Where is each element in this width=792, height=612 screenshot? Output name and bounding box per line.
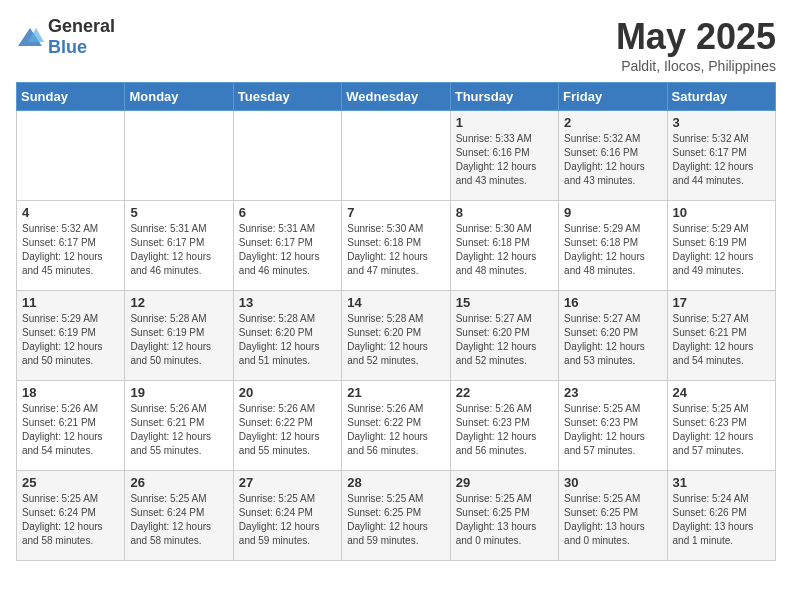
table-row: 5Sunrise: 5:31 AMSunset: 6:17 PMDaylight… [125,201,233,291]
day-info: Sunrise: 5:29 AMSunset: 6:18 PMDaylight:… [564,222,661,278]
day-info: Sunrise: 5:28 AMSunset: 6:20 PMDaylight:… [347,312,444,368]
day-info: Sunrise: 5:27 AMSunset: 6:21 PMDaylight:… [673,312,770,368]
day-number: 19 [130,385,227,400]
page-header: General Blue May 2025 Paldit, Ilocos, Ph… [16,16,776,74]
table-row: 3Sunrise: 5:32 AMSunset: 6:17 PMDaylight… [667,111,775,201]
day-info: Sunrise: 5:25 AMSunset: 6:25 PMDaylight:… [564,492,661,548]
table-row [17,111,125,201]
day-number: 17 [673,295,770,310]
table-row: 19Sunrise: 5:26 AMSunset: 6:21 PMDayligh… [125,381,233,471]
table-row: 28Sunrise: 5:25 AMSunset: 6:25 PMDayligh… [342,471,450,561]
table-row: 11Sunrise: 5:29 AMSunset: 6:19 PMDayligh… [17,291,125,381]
day-info: Sunrise: 5:30 AMSunset: 6:18 PMDaylight:… [456,222,553,278]
table-row: 7Sunrise: 5:30 AMSunset: 6:18 PMDaylight… [342,201,450,291]
day-info: Sunrise: 5:32 AMSunset: 6:17 PMDaylight:… [673,132,770,188]
table-row: 9Sunrise: 5:29 AMSunset: 6:18 PMDaylight… [559,201,667,291]
day-number: 13 [239,295,336,310]
day-number: 26 [130,475,227,490]
day-number: 9 [564,205,661,220]
day-number: 5 [130,205,227,220]
day-info: Sunrise: 5:27 AMSunset: 6:20 PMDaylight:… [456,312,553,368]
table-row [233,111,341,201]
day-number: 8 [456,205,553,220]
day-number: 23 [564,385,661,400]
calendar-header: Sunday Monday Tuesday Wednesday Thursday… [17,83,776,111]
table-row: 30Sunrise: 5:25 AMSunset: 6:25 PMDayligh… [559,471,667,561]
table-row: 20Sunrise: 5:26 AMSunset: 6:22 PMDayligh… [233,381,341,471]
table-row: 18Sunrise: 5:26 AMSunset: 6:21 PMDayligh… [17,381,125,471]
day-info: Sunrise: 5:28 AMSunset: 6:20 PMDaylight:… [239,312,336,368]
table-row: 23Sunrise: 5:25 AMSunset: 6:23 PMDayligh… [559,381,667,471]
table-row: 26Sunrise: 5:25 AMSunset: 6:24 PMDayligh… [125,471,233,561]
table-row: 17Sunrise: 5:27 AMSunset: 6:21 PMDayligh… [667,291,775,381]
table-row: 25Sunrise: 5:25 AMSunset: 6:24 PMDayligh… [17,471,125,561]
day-info: Sunrise: 5:26 AMSunset: 6:22 PMDaylight:… [347,402,444,458]
day-info: Sunrise: 5:25 AMSunset: 6:24 PMDaylight:… [22,492,119,548]
day-info: Sunrise: 5:26 AMSunset: 6:23 PMDaylight:… [456,402,553,458]
day-info: Sunrise: 5:29 AMSunset: 6:19 PMDaylight:… [673,222,770,278]
day-info: Sunrise: 5:24 AMSunset: 6:26 PMDaylight:… [673,492,770,548]
day-number: 7 [347,205,444,220]
day-info: Sunrise: 5:25 AMSunset: 6:25 PMDaylight:… [347,492,444,548]
day-info: Sunrise: 5:25 AMSunset: 6:24 PMDaylight:… [130,492,227,548]
month-title: May 2025 [616,16,776,58]
logo-icon [16,26,44,48]
table-row: 27Sunrise: 5:25 AMSunset: 6:24 PMDayligh… [233,471,341,561]
header-monday: Monday [125,83,233,111]
day-number: 12 [130,295,227,310]
logo: General Blue [16,16,115,58]
day-number: 6 [239,205,336,220]
day-number: 25 [22,475,119,490]
day-number: 1 [456,115,553,130]
table-row: 13Sunrise: 5:28 AMSunset: 6:20 PMDayligh… [233,291,341,381]
day-number: 16 [564,295,661,310]
day-number: 14 [347,295,444,310]
day-info: Sunrise: 5:25 AMSunset: 6:25 PMDaylight:… [456,492,553,548]
day-info: Sunrise: 5:25 AMSunset: 6:24 PMDaylight:… [239,492,336,548]
day-info: Sunrise: 5:31 AMSunset: 6:17 PMDaylight:… [130,222,227,278]
header-sunday: Sunday [17,83,125,111]
day-number: 31 [673,475,770,490]
day-number: 11 [22,295,119,310]
day-info: Sunrise: 5:33 AMSunset: 6:16 PMDaylight:… [456,132,553,188]
table-row: 8Sunrise: 5:30 AMSunset: 6:18 PMDaylight… [450,201,558,291]
header-friday: Friday [559,83,667,111]
title-block: May 2025 Paldit, Ilocos, Philippines [616,16,776,74]
table-row: 14Sunrise: 5:28 AMSunset: 6:20 PMDayligh… [342,291,450,381]
table-row: 10Sunrise: 5:29 AMSunset: 6:19 PMDayligh… [667,201,775,291]
table-row: 31Sunrise: 5:24 AMSunset: 6:26 PMDayligh… [667,471,775,561]
table-row: 24Sunrise: 5:25 AMSunset: 6:23 PMDayligh… [667,381,775,471]
header-wednesday: Wednesday [342,83,450,111]
day-info: Sunrise: 5:28 AMSunset: 6:19 PMDaylight:… [130,312,227,368]
table-row: 29Sunrise: 5:25 AMSunset: 6:25 PMDayligh… [450,471,558,561]
day-info: Sunrise: 5:26 AMSunset: 6:21 PMDaylight:… [22,402,119,458]
table-row: 12Sunrise: 5:28 AMSunset: 6:19 PMDayligh… [125,291,233,381]
table-row: 1Sunrise: 5:33 AMSunset: 6:16 PMDaylight… [450,111,558,201]
table-row: 16Sunrise: 5:27 AMSunset: 6:20 PMDayligh… [559,291,667,381]
day-info: Sunrise: 5:26 AMSunset: 6:22 PMDaylight:… [239,402,336,458]
header-saturday: Saturday [667,83,775,111]
day-number: 2 [564,115,661,130]
day-info: Sunrise: 5:26 AMSunset: 6:21 PMDaylight:… [130,402,227,458]
day-info: Sunrise: 5:32 AMSunset: 6:17 PMDaylight:… [22,222,119,278]
day-number: 3 [673,115,770,130]
header-tuesday: Tuesday [233,83,341,111]
logo-text-blue: Blue [48,37,87,57]
table-row: 21Sunrise: 5:26 AMSunset: 6:22 PMDayligh… [342,381,450,471]
day-number: 21 [347,385,444,400]
day-info: Sunrise: 5:32 AMSunset: 6:16 PMDaylight:… [564,132,661,188]
table-row [342,111,450,201]
day-number: 24 [673,385,770,400]
day-info: Sunrise: 5:30 AMSunset: 6:18 PMDaylight:… [347,222,444,278]
header-thursday: Thursday [450,83,558,111]
day-number: 29 [456,475,553,490]
table-row: 4Sunrise: 5:32 AMSunset: 6:17 PMDaylight… [17,201,125,291]
day-number: 4 [22,205,119,220]
day-number: 28 [347,475,444,490]
day-info: Sunrise: 5:27 AMSunset: 6:20 PMDaylight:… [564,312,661,368]
day-info: Sunrise: 5:25 AMSunset: 6:23 PMDaylight:… [673,402,770,458]
day-number: 20 [239,385,336,400]
logo-text-general: General [48,16,115,36]
day-number: 27 [239,475,336,490]
location: Paldit, Ilocos, Philippines [616,58,776,74]
